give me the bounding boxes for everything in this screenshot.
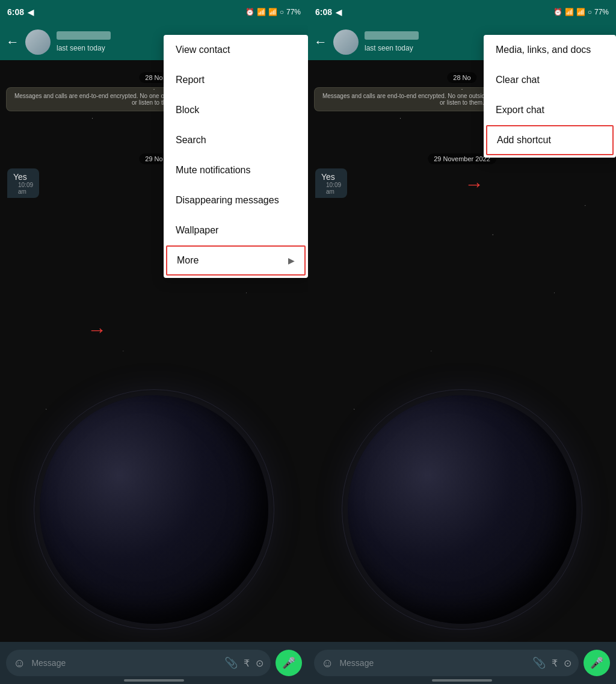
status-time-left: 6:08 ◀ xyxy=(7,7,34,17)
yes-bubble-right: Yes 10:09 am xyxy=(315,168,347,198)
contact-name-blur-right xyxy=(365,31,419,40)
submenu-item-media[interactable]: Media, links, and docs xyxy=(484,35,616,65)
camera-icon-right[interactable]: ⊙ xyxy=(564,658,571,669)
avatar-left[interactable] xyxy=(25,29,51,55)
signal-icon-left: 📶 xyxy=(268,8,277,16)
add-shortcut-label: Add shortcut xyxy=(497,135,551,146)
bottom-bar-left: ☺ Message 📎 ₹ ⊙ 🎤 xyxy=(0,642,308,684)
camera-icon-left[interactable]: ⊙ xyxy=(256,658,263,669)
attach-icon-left[interactable]: 📎 xyxy=(224,656,238,670)
location-icon-right: ◀ xyxy=(336,8,342,17)
battery-percent-right: 77% xyxy=(594,8,609,16)
message-input-area-right[interactable]: ☺ Message 📎 ₹ ⊙ xyxy=(314,650,579,676)
battery-icon-left: ○ xyxy=(280,8,284,16)
dropdown-menu-left: View contact Report Block Search Mute no… xyxy=(164,35,308,278)
status-icons-left: ⏰ 📶 📶 ○ 77% xyxy=(245,8,301,16)
planet-left xyxy=(40,395,268,624)
home-indicator-right xyxy=(432,679,492,682)
yes-time-right: 10:09 am xyxy=(326,182,341,195)
mic-button-left[interactable]: 🎤 xyxy=(276,650,302,676)
right-phone-panel: 6:08 ◀ ⏰ 📶 📶 ○ 77% ← last seen today 28 … xyxy=(308,0,616,684)
yes-time-left: 10:09 am xyxy=(18,182,33,195)
date-bubble-1-right: 28 No xyxy=(447,72,476,83)
message-placeholder-left: Message xyxy=(31,658,218,668)
menu-item-disappearing[interactable]: Disappearing messages xyxy=(164,185,308,215)
more-label: More xyxy=(177,255,199,266)
avatar-right[interactable] xyxy=(333,29,359,55)
alarm-icon-left: ⏰ xyxy=(245,8,254,16)
alarm-icon-right: ⏰ xyxy=(553,8,562,16)
rupee-icon-right[interactable]: ₹ xyxy=(552,658,558,669)
red-arrow-add-shortcut: → xyxy=(464,173,484,196)
mic-icon-right: 🎤 xyxy=(590,656,603,670)
status-time-right: 6:08 ◀ xyxy=(315,7,342,17)
contact-status-right: last seen today xyxy=(365,44,413,52)
mic-button-right[interactable]: 🎤 xyxy=(584,650,610,676)
menu-item-mute[interactable]: Mute notifications xyxy=(164,155,308,185)
bottom-bar-right: ☺ Message 📎 ₹ ⊙ 🎤 xyxy=(308,642,616,684)
more-chevron-icon: ▶ xyxy=(288,256,295,265)
planet-right xyxy=(348,395,576,624)
attach-icon-right[interactable]: 📎 xyxy=(532,656,546,670)
contact-name-blur-left xyxy=(57,31,111,40)
home-indicator-left xyxy=(124,679,184,682)
back-button-left[interactable]: ← xyxy=(6,34,19,50)
battery-icon-right: ○ xyxy=(588,8,592,16)
submenu-right: Media, links, and docs Clear chat Export… xyxy=(484,35,616,158)
menu-item-search[interactable]: Search xyxy=(164,125,308,155)
location-icon-left: ◀ xyxy=(28,8,34,17)
left-phone-panel: 6:08 ◀ ⏰ 📶 📶 ○ 77% ← last seen today 28 … xyxy=(0,0,308,684)
emoji-icon-right[interactable]: ☺ xyxy=(321,656,333,670)
time-right: 6:08 xyxy=(315,7,332,17)
contact-status-left: last seen today xyxy=(57,44,105,52)
yes-text-right: Yes xyxy=(321,172,335,182)
status-bar-right: 6:08 ◀ ⏰ 📶 📶 ○ 77% xyxy=(308,0,616,24)
submenu-item-clear-chat[interactable]: Clear chat xyxy=(484,65,616,95)
mic-icon-left: 🎤 xyxy=(282,656,295,670)
message-placeholder-right: Message xyxy=(339,658,526,668)
menu-item-wallpaper[interactable]: Wallpaper xyxy=(164,215,308,245)
menu-item-block[interactable]: Block xyxy=(164,95,308,125)
red-arrow-more: → xyxy=(87,319,106,341)
time-left: 6:08 xyxy=(7,7,24,17)
rupee-icon-left[interactable]: ₹ xyxy=(244,658,250,669)
submenu-item-export-chat[interactable]: Export chat xyxy=(484,95,616,125)
wifi-icon-right: 📶 xyxy=(565,8,574,16)
wifi-icon-left: 📶 xyxy=(257,8,266,16)
menu-item-more[interactable]: More ▶ xyxy=(166,245,306,276)
yes-bubble-left: Yes 10:09 am xyxy=(7,168,39,198)
message-input-area-left[interactable]: ☺ Message 📎 ₹ ⊙ xyxy=(6,650,271,676)
emoji-icon-left[interactable]: ☺ xyxy=(13,656,25,670)
battery-percent-left: 77% xyxy=(286,8,301,16)
submenu-item-add-shortcut[interactable]: Add shortcut xyxy=(486,125,614,155)
yes-text-left: Yes xyxy=(13,172,27,182)
menu-item-view-contact[interactable]: View contact xyxy=(164,35,308,65)
status-icons-right: ⏰ 📶 📶 ○ 77% xyxy=(553,8,609,16)
menu-item-report[interactable]: Report xyxy=(164,65,308,95)
back-button-right[interactable]: ← xyxy=(314,34,327,50)
signal-icon-right: 📶 xyxy=(576,8,585,16)
status-bar-left: 6:08 ◀ ⏰ 📶 📶 ○ 77% xyxy=(0,0,308,24)
